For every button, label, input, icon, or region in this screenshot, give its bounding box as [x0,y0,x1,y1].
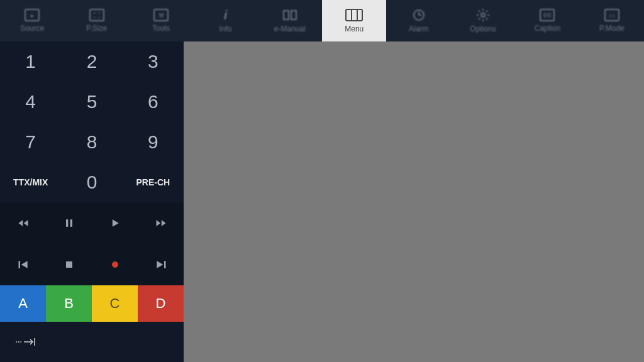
svg-rect-9 [18,261,20,268]
toolbar-label: e-Manual [274,25,306,33]
key-4[interactable]: 4 [0,82,61,122]
record-button[interactable] [92,244,138,285]
remote-panel: 1 2 3 4 5 6 7 8 9 TTX/MIX 0 PRE-CH [0,41,184,362]
key-6[interactable]: 6 [123,82,184,122]
number-pad: 1 2 3 4 5 6 7 8 9 TTX/MIX 0 PRE-CH [0,41,184,202]
media-controls [0,202,184,285]
toolbar-info[interactable]: i Info [193,0,257,41]
key-3[interactable]: 3 [123,41,184,82]
info-icon: i [216,8,234,22]
toolbar-label: Tools [152,24,170,33]
toolbar-pmode[interactable]: ▭ P.Mode [580,0,644,41]
key-8[interactable]: 8 [61,122,122,162]
rewind-icon [17,217,30,229]
toolbar-source[interactable]: ▸ Source [0,0,64,41]
svg-point-6 [481,13,485,17]
color-button-c[interactable]: C [92,285,138,322]
toolbar-alarm[interactable]: Alarm [386,0,450,41]
toolbar-label: Caption [535,24,560,33]
toolbar-label: Info [219,25,231,33]
toolbar-label: Source [20,24,44,33]
key-pre-ch[interactable]: PRE-CH [123,162,184,202]
color-button-d[interactable]: D [138,285,184,322]
fast-forward-icon [155,217,167,229]
svg-rect-10 [66,261,72,268]
toolbar-label: Options [470,25,496,33]
top-toolbar: ▸ Source ⛶ P.Size ⚒ Tools i Info e-Manua… [0,0,644,41]
options-icon [474,8,492,22]
toolbar-emanual[interactable]: e-Manual [258,0,322,41]
toolbar-menu[interactable]: Menu [322,0,386,41]
source-icon: ▸ [25,9,40,21]
toolbar-psize[interactable]: ⛶ P.Size [64,0,128,41]
tab-forward-icon[interactable]: ··· [15,336,36,348]
key-ttx-mix[interactable]: TTX/MIX [0,162,61,202]
svg-point-11 [112,261,118,268]
color-button-b[interactable]: B [46,285,92,322]
skip-forward-button[interactable] [138,244,184,285]
toolbar-label: Alarm [409,25,428,33]
skip-back-icon [17,258,30,271]
key-2[interactable]: 2 [61,41,122,82]
pmode-icon: ▭ [604,9,619,21]
main-area: 1 2 3 4 5 6 7 8 9 TTX/MIX 0 PRE-CH [0,41,644,362]
bottom-row: ··· [0,322,184,362]
stop-icon [63,258,75,271]
svg-rect-0 [346,9,362,21]
key-0[interactable]: 0 [61,162,122,202]
record-icon [109,258,121,271]
svg-rect-8 [70,219,72,227]
caption-icon: CC [540,9,555,21]
svg-rect-12 [164,261,166,268]
key-9[interactable]: 9 [123,122,184,162]
key-5[interactable]: 5 [61,82,122,122]
color-buttons: A B C D [0,285,184,322]
stop-button[interactable] [46,244,92,285]
skip-forward-icon [155,258,167,271]
toolbar-label: P.Size [86,24,107,33]
tools-icon: ⚒ [153,9,169,21]
svg-rect-7 [66,219,68,227]
toolbar-options[interactable]: Options [451,0,515,41]
skip-back-button[interactable] [0,244,46,285]
play-button[interactable] [92,202,138,244]
rewind-button[interactable] [0,202,46,244]
key-1[interactable]: 1 [0,41,61,82]
pause-icon [63,217,75,229]
psize-icon: ⛶ [89,9,104,21]
menu-icon [345,8,363,22]
color-button-a[interactable]: A [0,285,46,322]
toolbar-label: Menu [345,25,364,33]
emanual-icon [281,8,299,22]
toolbar-caption[interactable]: CC Caption [515,0,579,41]
play-icon [109,217,121,229]
pause-button[interactable] [46,202,92,244]
alarm-icon [410,8,428,22]
fast-forward-button[interactable] [138,202,184,244]
key-7[interactable]: 7 [0,122,61,162]
toolbar-tools[interactable]: ⚒ Tools [129,0,193,41]
toolbar-label: P.Mode [599,24,625,33]
